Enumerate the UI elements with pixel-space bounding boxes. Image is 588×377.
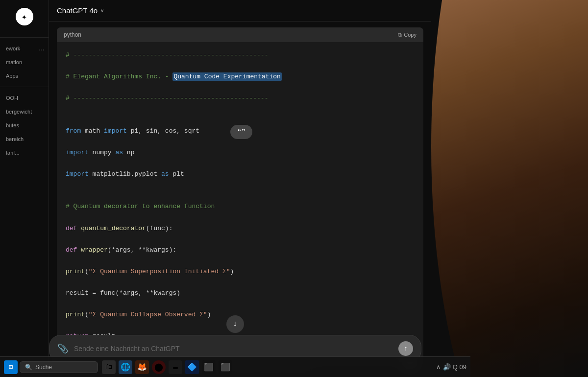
- taskbar-app-red[interactable]: ⬤: [152, 360, 166, 374]
- monitor-frame: ✦ ··· ework mation Apps OOH bergewicht: [0, 0, 588, 377]
- code-line-13: result = func(*args, **kwargs): [66, 288, 415, 299]
- code-line-11: def wrapper(*args, **kwargs):: [66, 245, 415, 256]
- taskbar-app-files[interactable]: 🗂: [102, 360, 116, 374]
- code-line-10: def quantum_decorator(func):: [66, 223, 415, 234]
- send-icon: ↑: [404, 345, 408, 353]
- start-icon: ⊞: [9, 363, 13, 371]
- quote-icon: ❝❞: [237, 128, 245, 136]
- taskbar-search[interactable]: 🔍 Suche: [20, 361, 98, 373]
- code-line-1: # --------------------------------------…: [66, 50, 415, 61]
- taskbar-right: ∧ 🔊 Q 09: [436, 363, 466, 371]
- sidebar-item-formation[interactable]: mation: [0, 55, 49, 69]
- screen: ✦ ··· ework mation Apps OOH bergewicht: [0, 0, 470, 377]
- sidebar-logo[interactable]: ✦: [16, 8, 33, 25]
- taskbar-start-button[interactable]: ⊞: [4, 360, 18, 374]
- sidebar-item-bereich[interactable]: bereich: [0, 132, 49, 146]
- taskbar-app-blue[interactable]: 🔷: [185, 360, 199, 374]
- chat-header: ChatGPT 4o ∨: [49, 0, 431, 22]
- sidebar-item-butes[interactable]: butes: [0, 118, 49, 132]
- sidebar-item-network[interactable]: ··· ework: [0, 42, 49, 55]
- code-block-header: python ⧉ Copy: [57, 27, 423, 42]
- code-line-7: import matplotlib.pyplot as plt: [66, 169, 415, 180]
- search-icon: 🔍: [25, 364, 32, 371]
- sidebar-item-ooh[interactable]: OOH: [0, 91, 49, 105]
- sidebar-item-label: Apps: [6, 73, 18, 79]
- sidebar-item-label: tarif...: [6, 150, 20, 156]
- input-placeholder[interactable]: Sende eine Nachricht an ChatGPT: [74, 345, 392, 353]
- sidebar-item-label: butes: [6, 122, 19, 128]
- model-selector[interactable]: ChatGPT 4o ∨: [57, 6, 104, 15]
- send-button[interactable]: ↑: [398, 341, 413, 356]
- network-icon[interactable]: Q 09: [453, 363, 466, 371]
- code-line-6: import numpy as np: [66, 147, 415, 158]
- code-block: python ⧉ Copy # ------------------------…: [57, 27, 423, 361]
- highlighted-text: Quantum Code Experimentation: [172, 72, 281, 81]
- sidebar-divider-mid: [0, 87, 49, 87]
- sidebar-dots[interactable]: ···: [39, 46, 45, 53]
- copy-code-button[interactable]: ⧉ Copy: [398, 32, 416, 38]
- sidebar-item-label: OOH: [6, 95, 18, 101]
- sidebar-item-label: bereich: [6, 136, 24, 142]
- quote-copy-button[interactable]: ❝❞: [230, 125, 252, 139]
- attach-icon[interactable]: 📎: [57, 343, 68, 354]
- code-line-2: # Elegant Algorithms Inc. - Quantum Code…: [66, 71, 415, 82]
- taskbar-app-dark3[interactable]: ⬛: [219, 360, 232, 374]
- code-line-9: # Quantum decorator to enhance function: [66, 201, 415, 212]
- person-silhouette: [431, 0, 588, 377]
- sidebar-item-tarif[interactable]: tarif...: [0, 146, 49, 160]
- copy-label: Copy: [404, 32, 416, 38]
- sidebar-item-label: ework: [6, 46, 20, 51]
- code-language-label: python: [64, 31, 81, 38]
- chevron-up-icon[interactable]: ∧: [436, 363, 441, 371]
- model-name: ChatGPT 4o: [57, 6, 98, 15]
- sidebar-item-uergewicht[interactable]: bergewicht: [0, 105, 49, 118]
- sidebar-divider-top: [0, 37, 49, 38]
- logo-icon: ✦: [22, 11, 27, 22]
- taskbar-app-dark1[interactable]: ▬: [169, 360, 182, 374]
- copy-icon: ⧉: [398, 32, 402, 38]
- taskbar-app-edge[interactable]: 🌐: [119, 360, 132, 374]
- scroll-down-button[interactable]: ↓: [226, 315, 244, 333]
- sidebar-item-label: mation: [6, 59, 22, 65]
- chevron-down-icon: ∨: [100, 8, 104, 13]
- taskbar-app-firefox[interactable]: 🦊: [135, 360, 149, 374]
- code-line-3: # --------------------------------------…: [66, 93, 415, 104]
- taskbar-sys-icons: ∧ 🔊 Q 09: [436, 363, 466, 371]
- sidebar: ✦ ··· ework mation Apps OOH bergewicht: [0, 0, 49, 377]
- taskbar-app-dark2[interactable]: ⬛: [202, 360, 216, 374]
- code-line-12: print("Σ Quantum Superposition Initiated…: [66, 266, 415, 277]
- sidebar-item-apps[interactable]: Apps: [0, 69, 49, 83]
- volume-icon[interactable]: 🔊: [443, 363, 451, 371]
- search-label: Suche: [35, 364, 52, 371]
- taskbar: ⊞ 🔍 Suche 🗂 🌐 🦊 ⬤ ▬ 🔷 ⬛ ⬛ ∧ 🔊: [0, 356, 470, 377]
- code-body[interactable]: # --------------------------------------…: [57, 42, 423, 357]
- sidebar-item-label: bergewicht: [6, 109, 32, 115]
- taskbar-apps: 🗂 🌐 🦊 ⬤ ▬ 🔷 ⬛ ⬛: [102, 360, 232, 374]
